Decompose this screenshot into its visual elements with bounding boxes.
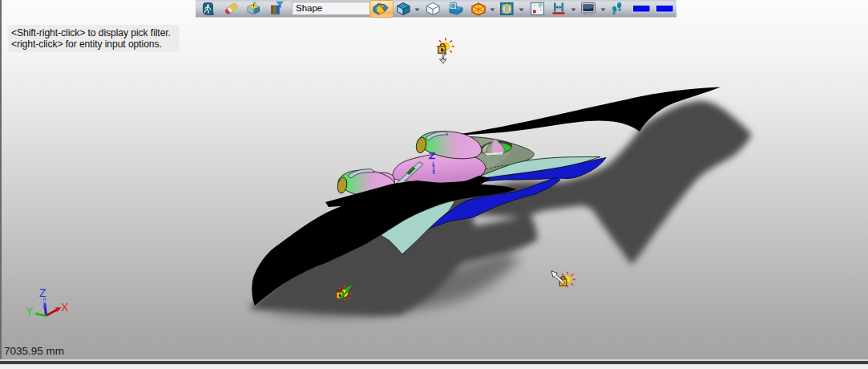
svg-text:Y: Y (26, 305, 34, 318)
svg-text:X: X (61, 301, 69, 314)
svg-text:Z: Z (39, 286, 46, 299)
